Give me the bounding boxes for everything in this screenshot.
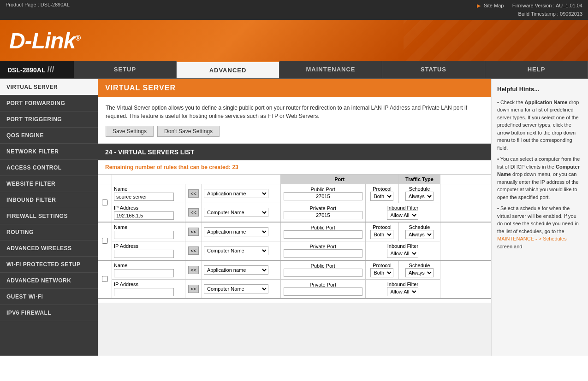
nav-tabs: DSL-2890AL /// SETUP ADVANCED MAINTENANC… <box>0 61 588 79</box>
maintenance-schedules-link[interactable]: MAINTENANCE - > Schedules <box>497 236 567 241</box>
inbound-filter-label-0: Inbound Filter <box>368 205 437 211</box>
app-name-select-0[interactable]: Application name <box>204 189 268 198</box>
private-port-cell-0: Private Port <box>280 203 365 223</box>
dont-save-settings-button[interactable]: Don't Save Settings <box>157 126 220 137</box>
protocol-cell-2: Protocol Both TCP UDP <box>365 260 398 280</box>
tab-setup[interactable]: SETUP <box>74 61 177 78</box>
save-settings-button[interactable]: Save Settings <box>106 126 154 137</box>
ip-label-0: IP Address <box>114 205 183 211</box>
ip-input-0[interactable] <box>114 211 174 220</box>
schedule-select-0[interactable]: Always <box>405 192 434 201</box>
protocol-select-1[interactable]: Both TCP UDP <box>370 230 393 239</box>
sidebar-item-wifi-protected-setup[interactable]: WI-FI PROTECTED SETUP <box>0 257 98 273</box>
computer-name-select-2[interactable]: Computer Name <box>204 284 268 293</box>
content-area: VIRTUAL SERVER The Virtual Server option… <box>98 79 491 356</box>
protocol-select-2[interactable]: Both TCP UDP <box>370 268 393 277</box>
inbound-filter-select-0[interactable]: Allow All <box>387 211 418 220</box>
ip-input-1[interactable] <box>114 250 174 258</box>
schedule-cell-1: Schedule Always <box>399 222 440 241</box>
arrow-button-name-1[interactable]: << <box>188 228 199 236</box>
sidebar-item-port-forwarding[interactable]: PORT FORWARDING <box>0 95 98 111</box>
device-slashes: /// <box>47 65 54 75</box>
row-ip-cell-2: IP Address <box>112 280 185 299</box>
sidebar-item-website-filter[interactable]: WEBSITE FILTER <box>0 176 98 192</box>
inbound-filter-cell-2: Inbound Filter Allow All <box>365 280 440 299</box>
private-port-input-0[interactable] <box>284 211 362 219</box>
row-checkbox-0[interactable] <box>102 199 108 205</box>
tab-help[interactable]: HELP <box>485 61 588 78</box>
protocol-cell-1: Protocol Both TCP UDP <box>365 222 398 241</box>
logo-banner: D-Link® <box>0 20 588 61</box>
sidebar-item-advanced-network[interactable]: ADVANCED NETWORK <box>0 273 98 289</box>
arrow-btn-name-0: << <box>185 184 202 203</box>
sidebar-item-routing[interactable]: ROUTING <box>0 224 98 240</box>
remaining-count: 23 <box>232 164 238 170</box>
logo-trademark: ® <box>75 34 80 42</box>
arrow-button-ip-1[interactable]: << <box>188 246 199 255</box>
public-port-input-1[interactable] <box>284 230 362 239</box>
app-name-select-1[interactable]: Application name <box>204 227 268 236</box>
row-checkbox-cell-0 <box>98 184 112 223</box>
public-port-label-1: Public Port <box>284 225 362 230</box>
sidebar-item-virtual-server[interactable]: VIRTUAL SERVER <box>0 79 98 95</box>
computer-name-cell-0: Computer Name <box>202 203 280 223</box>
sitemap-link[interactable]: Site Map <box>484 3 504 8</box>
ip-input-2[interactable] <box>114 288 174 296</box>
sidebar-item-port-triggering[interactable]: PORT TRIGGERING <box>0 111 98 128</box>
app-name-select-2[interactable]: Application name <box>204 265 268 275</box>
protocol-label-0: Protocol <box>368 186 396 192</box>
schedule-label-0: Schedule <box>402 186 437 192</box>
build-label: Build Timestamp : 09062013 <box>518 11 582 17</box>
col-traffic-header: Traffic Type <box>399 175 440 184</box>
sidebar-item-firewall-settings[interactable]: FIREWALL SETTINGS <box>0 208 98 224</box>
public-port-input-2[interactable] <box>284 269 362 277</box>
row-checkbox-cell-1 <box>98 222 112 260</box>
computer-name-select-1[interactable]: Computer Name <box>204 246 268 255</box>
tab-maintenance[interactable]: MAINTENANCE <box>279 61 382 78</box>
page-title: VIRTUAL SERVER <box>105 84 176 92</box>
public-port-label-cell-1: Public Port <box>280 222 365 241</box>
app-name-cell-2: Application name <box>202 260 280 280</box>
computer-name-select-0[interactable]: Computer Name <box>204 208 268 217</box>
protocol-label-1: Protocol <box>368 224 396 230</box>
help-hint-3: • Select a schedule for when the virtual… <box>497 205 582 250</box>
schedule-select-1[interactable]: Always <box>405 230 434 239</box>
protocol-cell-0: Protocol Both TCP UDP <box>365 184 398 203</box>
private-port-label-0: Private Port <box>284 205 362 211</box>
inbound-filter-select-1[interactable]: Allow All <box>387 249 418 258</box>
private-port-input-1[interactable] <box>284 249 362 258</box>
tab-status[interactable]: STATUS <box>382 61 485 78</box>
sidebar-item-advanced-wireless[interactable]: ADVANCED WIRELESS <box>0 240 98 257</box>
inbound-filter-select-2[interactable]: Allow All <box>387 287 418 296</box>
product-label: Product Page : DSL-2890AL <box>6 2 70 7</box>
sidebar-item-network-filter[interactable]: NETWORK FILTER <box>0 144 98 160</box>
row-ip-cell-1: IP Address <box>112 241 185 261</box>
arrow-button-name-0[interactable]: << <box>188 189 199 198</box>
help-hint-2: • You can select a computer from the lis… <box>497 155 582 201</box>
name-input-0[interactable] <box>114 193 174 201</box>
name-input-2[interactable] <box>114 269 174 277</box>
row-checkbox-1[interactable] <box>102 238 108 244</box>
private-port-input-2[interactable] <box>284 287 362 296</box>
row-checkbox-2[interactable] <box>102 276 108 282</box>
arrow-button-name-2[interactable]: << <box>188 266 199 274</box>
sidebar-item-qos-engine[interactable]: QOS ENGINE <box>0 128 98 144</box>
arrow-button-ip-0[interactable]: << <box>188 208 199 217</box>
arrow-btn-name-1: << <box>185 222 202 241</box>
arrow-button-ip-2[interactable]: << <box>188 285 199 293</box>
sidebar-item-inbound-filter[interactable]: INBOUND FILTER <box>0 192 98 208</box>
computer-name-cell-1: Computer Name <box>202 241 280 261</box>
col-schedule-header <box>440 175 491 184</box>
sidebar-item-guest-wifi[interactable]: GUEST Wi-Fi <box>0 289 98 305</box>
tab-advanced[interactable]: ADVANCED <box>177 61 279 78</box>
protocol-select-0[interactable]: Both TCP UDP <box>370 192 393 201</box>
name-input-1[interactable] <box>114 231 174 239</box>
protocol-label-2: Protocol <box>368 263 396 268</box>
sidebar-item-ipv6-firewall[interactable]: IPV6 FIREWALL <box>0 305 98 321</box>
app-name-cell-0: Application name <box>202 184 280 203</box>
public-port-input-0[interactable] <box>284 192 362 200</box>
sitemap-arrow: ▶ <box>477 3 481 8</box>
schedule-select-2[interactable]: Always <box>405 268 434 277</box>
sidebar-item-access-control[interactable]: ACCESS CONTROL <box>0 160 98 176</box>
inbound-filter-label-1: Inbound Filter <box>368 243 437 249</box>
